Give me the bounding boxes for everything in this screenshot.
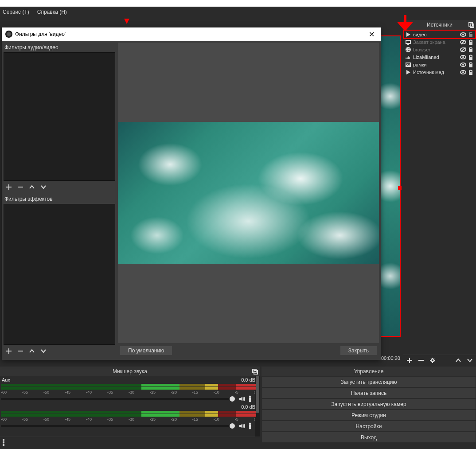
- svg-point-3: [462, 34, 464, 35]
- audio-video-filters-list[interactable]: [4, 52, 115, 181]
- source-row[interactable]: видео: [404, 31, 475, 38]
- svg-rect-7: [469, 42, 472, 45]
- svg-point-32: [3, 439, 4, 441]
- control-button[interactable]: Запустить трансляцию: [261, 376, 476, 387]
- source-name: Захват экрана: [413, 39, 458, 45]
- svg-point-29: [250, 423, 251, 425]
- control-button[interactable]: Начать запись: [261, 387, 476, 398]
- visibility-toggle[interactable]: [460, 69, 466, 75]
- source-row[interactable]: рамки: [404, 61, 475, 68]
- effect-filters-list[interactable]: [4, 204, 115, 345]
- annotation-arrow-icon: [396, 14, 414, 34]
- controls-button-list: Запустить трансляциюНачать записьЗапусти…: [261, 376, 476, 443]
- source-row[interactable]: abLizaMilaned: [404, 53, 475, 61]
- source-name: рамки: [413, 62, 458, 67]
- preview-video-thumbnail: [118, 122, 379, 264]
- sources-title: Источники: [427, 22, 453, 28]
- lock-toggle[interactable]: [468, 47, 474, 53]
- move-effect-up-button[interactable]: [28, 347, 35, 355]
- text-icon: ab: [405, 54, 411, 60]
- vu-meter: [1, 414, 256, 417]
- visibility-toggle[interactable]: [460, 54, 466, 60]
- scene-preview-selection[interactable]: [381, 35, 401, 337]
- add-filter-button[interactable]: [5, 184, 12, 191]
- lock-toggle[interactable]: [468, 39, 474, 45]
- defaults-button[interactable]: По умолчанию: [120, 346, 172, 355]
- lock-toggle[interactable]: [468, 31, 474, 38]
- play-icon: [405, 69, 411, 75]
- svg-rect-14: [469, 57, 472, 60]
- filters-dialog: Фильтры для 'видео' ✕ Фильтры аудио/виде…: [2, 27, 381, 360]
- mixer-channel: Aux0.0 dB-60-55-50-45-40-35-30-25-20-15-…: [0, 376, 260, 403]
- channel-db: 0.0 dB: [241, 404, 255, 410]
- media-time: 00:00:20: [381, 355, 400, 361]
- move-filter-down-button[interactable]: [40, 184, 47, 191]
- visibility-toggle[interactable]: [460, 47, 466, 53]
- svg-point-21: [462, 71, 464, 73]
- slider-thumb[interactable]: [230, 423, 235, 429]
- move-source-down-button[interactable]: [466, 357, 473, 364]
- source-name: Источник мед: [413, 70, 458, 75]
- volume-slider[interactable]: [1, 425, 235, 427]
- lock-toggle[interactable]: [468, 54, 474, 60]
- selection-handle-icon[interactable]: [398, 186, 402, 190]
- mixer-body: Aux0.0 dB-60-55-50-45-40-35-30-25-20-15-…: [0, 376, 260, 437]
- close-button[interactable]: Закрыть: [340, 346, 377, 355]
- remove-filter-button[interactable]: [17, 184, 24, 191]
- move-effect-down-button[interactable]: [40, 347, 47, 355]
- svg-point-18: [462, 64, 464, 66]
- visibility-toggle[interactable]: [460, 62, 466, 68]
- svg-rect-22: [469, 72, 472, 75]
- add-effect-button[interactable]: [5, 347, 12, 355]
- control-button[interactable]: Режим студии: [261, 410, 476, 421]
- fx-filter-toolbar: [4, 347, 115, 358]
- menu-help[interactable]: Справка (H): [37, 9, 67, 15]
- svg-point-31: [250, 428, 251, 429]
- mixer-menu-icon[interactable]: [3, 439, 4, 446]
- menu-service[interactable]: Сервис (T): [3, 9, 29, 15]
- move-filter-up-button[interactable]: [28, 184, 35, 191]
- popout-icon[interactable]: [468, 22, 474, 28]
- move-source-up-button[interactable]: [455, 357, 462, 364]
- channel-name: Aux: [2, 377, 10, 383]
- svg-rect-4: [469, 34, 472, 37]
- popout-icon[interactable]: [252, 368, 258, 375]
- mute-button[interactable]: [238, 395, 246, 402]
- svg-rect-5: [406, 40, 410, 43]
- visibility-toggle[interactable]: [460, 39, 466, 45]
- audio-mixer-panel: Микшер звука Aux0.0 dB-60-55-50-45-40-35…: [0, 367, 260, 449]
- control-button[interactable]: Настройки: [261, 421, 476, 432]
- sources-list[interactable]: видеоЗахват экранаbrowserabLizaMilanedра…: [403, 30, 476, 355]
- lock-toggle[interactable]: [468, 62, 474, 68]
- effect-filters-label: Фильтры эффектов: [4, 194, 115, 204]
- monitor-icon: [405, 39, 411, 45]
- mute-button[interactable]: [238, 422, 246, 429]
- controls-header: Управление: [261, 367, 476, 376]
- dialog-close-button[interactable]: ✕: [366, 30, 377, 39]
- annotation-marker-icon: [124, 19, 129, 24]
- control-button[interactable]: Запустить виртуальную камер: [261, 398, 476, 410]
- sources-toolbar: [403, 355, 476, 366]
- volume-slider[interactable]: [1, 398, 235, 400]
- source-row[interactable]: Захват экрана: [404, 38, 475, 46]
- add-source-button[interactable]: [406, 357, 413, 364]
- image-icon: [405, 62, 411, 68]
- source-row[interactable]: Источник мед: [404, 68, 475, 76]
- source-properties-button[interactable]: [429, 357, 436, 364]
- av-filter-toolbar: [4, 183, 115, 194]
- source-name: видео: [413, 32, 458, 37]
- sources-panel: Источники видеоЗахват экранаbrowserabLiz…: [403, 20, 476, 366]
- slider-thumb[interactable]: [230, 396, 235, 402]
- svg-point-13: [462, 56, 464, 58]
- remove-effect-button[interactable]: [17, 347, 24, 355]
- controls-title: Управление: [354, 368, 384, 375]
- control-button[interactable]: Выход: [261, 432, 476, 443]
- lock-toggle[interactable]: [468, 69, 474, 75]
- source-row[interactable]: browser: [404, 46, 475, 53]
- svg-point-30: [250, 426, 251, 427]
- remove-source-button[interactable]: [417, 357, 425, 364]
- svg-rect-10: [469, 49, 472, 52]
- scrollbar-thumb[interactable]: [256, 376, 259, 413]
- visibility-toggle[interactable]: [460, 31, 466, 38]
- controls-panel: Управление Запустить трансляциюНачать за…: [261, 367, 476, 443]
